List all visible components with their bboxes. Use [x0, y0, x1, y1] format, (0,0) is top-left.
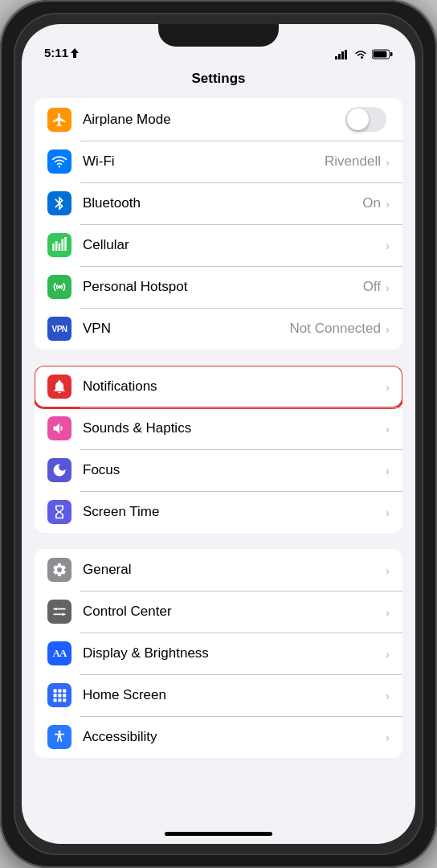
cellular-label: Cellular: [83, 237, 386, 253]
svg-rect-4: [345, 50, 347, 59]
sounds-icon-bg: [47, 416, 71, 440]
focus-icon-bg: [47, 458, 71, 482]
focus-chevron: ›: [386, 464, 390, 477]
svg-point-10: [62, 613, 64, 616]
accessibility-icon: [51, 729, 67, 745]
svg-rect-15: [54, 690, 57, 693]
sounds-row[interactable]: Sounds & Haptics ›: [35, 407, 402, 449]
controlcenter-row[interactable]: Control Center ›: [35, 591, 402, 633]
screentime-chevron: ›: [386, 506, 390, 519]
connectivity-group: Airplane Mode Wi-Fi Rivendel: [35, 98, 402, 350]
accessibility-icon-bg: [47, 725, 71, 749]
phone-outer: 5:11: [0, 0, 437, 868]
general-row[interactable]: General ›: [35, 549, 402, 591]
vpn-chevron: ›: [386, 322, 390, 336]
cellular-icon: [51, 237, 67, 253]
controlcenter-icon-bg: [47, 600, 71, 624]
display-icon-bg: AA: [47, 641, 71, 665]
vpn-text: VPN: [51, 325, 67, 334]
svg-rect-23: [63, 698, 66, 702]
homescreen-chevron: ›: [386, 689, 390, 702]
speaker-icon: [51, 420, 67, 436]
hotspot-icon-bg: [47, 275, 71, 299]
focus-row[interactable]: Focus ›: [35, 449, 402, 491]
hotspot-row[interactable]: Personal Hotspot Off ›: [35, 266, 402, 308]
battery-icon: [372, 49, 393, 59]
airplane-label: Airplane Mode: [83, 112, 345, 128]
cellular-row[interactable]: Cellular ›: [35, 224, 402, 266]
hotspot-label: Personal Hotspot: [83, 279, 363, 295]
phone-inner: 5:11: [14, 13, 423, 855]
gear-icon: [51, 562, 67, 578]
svg-rect-2: [338, 54, 341, 59]
hourglass-icon: [51, 504, 67, 520]
airplane-toggle[interactable]: [345, 107, 386, 132]
wifi-icon: [51, 154, 67, 170]
vpn-value: Not Connected: [290, 321, 381, 337]
general-label: General: [83, 562, 386, 578]
display-label: Display & Brightness: [83, 645, 386, 661]
vpn-row[interactable]: VPN VPN Not Connected ›: [35, 308, 402, 350]
sliders-icon: [51, 604, 67, 620]
hotspot-chevron: ›: [386, 280, 390, 294]
focus-label: Focus: [83, 462, 386, 478]
wifi-icon-bg: [47, 149, 71, 174]
svg-rect-1: [335, 56, 337, 59]
airplane-icon-bg: [47, 108, 71, 132]
settings-content[interactable]: Airplane Mode Wi-Fi Rivendel: [22, 98, 415, 827]
wifi-row[interactable]: Wi-Fi Rivendell ›: [35, 141, 402, 182]
bluetooth-row[interactable]: Bluetooth On ›: [35, 182, 402, 224]
general-chevron: ›: [386, 563, 390, 577]
svg-rect-21: [54, 698, 57, 702]
system-group: General ›: [35, 549, 402, 758]
moon-icon: [51, 462, 67, 478]
screentime-row[interactable]: Screen Time ›: [35, 491, 402, 533]
wifi-chevron: ›: [386, 155, 390, 169]
svg-rect-17: [63, 690, 66, 693]
bluetooth-value: On: [362, 195, 381, 211]
display-chevron: ›: [386, 647, 390, 661]
display-row[interactable]: AA Display & Brightness ›: [35, 633, 402, 674]
bluetooth-icon: [51, 195, 67, 211]
svg-rect-16: [58, 690, 61, 693]
wifi-label: Wi-Fi: [83, 154, 325, 170]
vpn-icon-bg: VPN: [47, 317, 71, 341]
svg-point-9: [55, 608, 57, 610]
notifications-chevron: ›: [386, 380, 390, 394]
sounds-label: Sounds & Haptics: [83, 420, 386, 436]
notifications-icon-bg: [47, 375, 71, 399]
notifications-group: Notifications › Sounds & Haptics ›: [35, 366, 402, 533]
controlcenter-chevron: ›: [386, 605, 390, 619]
home-indicator: [165, 832, 272, 836]
homescreen-icon-bg: [47, 683, 71, 707]
notifications-row[interactable]: Notifications ›: [35, 366, 402, 407]
display-aa-text: AA: [53, 647, 67, 660]
bluetooth-chevron: ›: [386, 197, 390, 211]
status-icons: [335, 49, 393, 59]
svg-rect-20: [63, 694, 66, 697]
cellular-icon-bg: [47, 233, 71, 257]
svg-rect-19: [58, 694, 61, 697]
sounds-chevron: ›: [386, 422, 390, 436]
airplane-icon: [51, 112, 67, 128]
airplane-row[interactable]: Airplane Mode: [35, 98, 402, 141]
bluetooth-label: Bluetooth: [83, 195, 362, 211]
svg-rect-18: [54, 694, 57, 697]
screentime-label: Screen Time: [83, 504, 386, 520]
notifications-label: Notifications: [83, 379, 386, 395]
svg-point-8: [58, 285, 61, 289]
general-icon-bg: [47, 558, 71, 582]
bluetooth-icon-bg: [47, 191, 71, 215]
accessibility-row[interactable]: Accessibility ›: [35, 716, 402, 758]
page-title: Settings: [22, 64, 415, 98]
homescreen-row[interactable]: Home Screen ›: [35, 674, 402, 716]
hotspot-value: Off: [363, 279, 381, 295]
svg-rect-6: [374, 51, 387, 58]
wifi-value: Rivendell: [325, 154, 381, 170]
screen: 5:11: [22, 24, 415, 844]
location-icon: [71, 48, 79, 58]
controlcenter-label: Control Center: [83, 604, 386, 620]
grid-icon: [51, 687, 67, 703]
hotspot-icon: [51, 279, 67, 295]
accessibility-label: Accessibility: [83, 729, 386, 745]
